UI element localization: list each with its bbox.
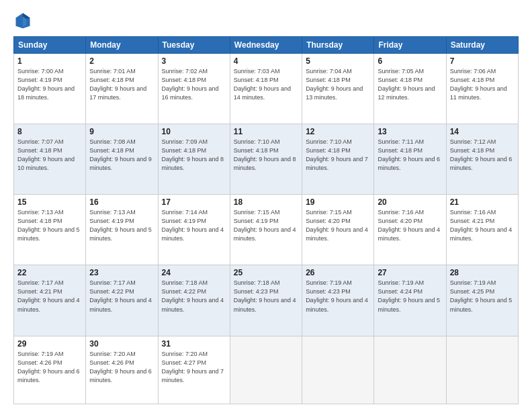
day-number: 6 xyxy=(378,56,442,66)
calendar-cell: 18 Sunrise: 7:15 AM Sunset: 4:19 PM Dayl… xyxy=(230,195,302,265)
calendar-cell: 3 Sunrise: 7:02 AM Sunset: 4:18 PM Dayli… xyxy=(158,54,230,124)
day-info: Sunrise: 7:19 AM Sunset: 4:24 PM Dayligh… xyxy=(378,279,442,314)
calendar-cell: 4 Sunrise: 7:03 AM Sunset: 4:18 PM Dayli… xyxy=(230,54,302,124)
calendar-cell: 15 Sunrise: 7:13 AM Sunset: 4:18 PM Dayl… xyxy=(14,195,86,265)
day-info: Sunrise: 7:13 AM Sunset: 4:18 PM Dayligh… xyxy=(17,208,82,243)
day-number: 24 xyxy=(162,268,226,277)
day-info: Sunrise: 7:07 AM Sunset: 4:18 PM Dayligh… xyxy=(17,138,82,173)
day-info: Sunrise: 7:02 AM Sunset: 4:18 PM Dayligh… xyxy=(162,67,226,102)
day-info: Sunrise: 7:20 AM Sunset: 4:26 PM Dayligh… xyxy=(89,350,154,385)
calendar-table: SundayMondayTuesdayWednesdayThursdayFrid… xyxy=(13,36,519,404)
day-number: 3 xyxy=(162,56,226,66)
day-info: Sunrise: 7:15 AM Sunset: 4:20 PM Dayligh… xyxy=(306,208,370,243)
calendar-cell xyxy=(374,336,446,404)
day-info: Sunrise: 7:13 AM Sunset: 4:19 PM Dayligh… xyxy=(89,208,154,243)
day-number: 2 xyxy=(89,56,154,66)
calendar-cell: 22 Sunrise: 7:17 AM Sunset: 4:21 PM Dayl… xyxy=(14,265,86,336)
dow-header: Monday xyxy=(86,37,158,54)
calendar-cell: 10 Sunrise: 7:09 AM Sunset: 4:18 PM Dayl… xyxy=(158,124,230,195)
header xyxy=(13,11,519,30)
day-info: Sunrise: 7:18 AM Sunset: 4:23 PM Dayligh… xyxy=(234,279,298,314)
day-info: Sunrise: 7:17 AM Sunset: 4:21 PM Dayligh… xyxy=(17,279,82,314)
calendar-cell xyxy=(302,336,374,404)
day-number: 9 xyxy=(89,127,154,136)
calendar-cell: 16 Sunrise: 7:13 AM Sunset: 4:19 PM Dayl… xyxy=(86,195,158,265)
day-number: 29 xyxy=(17,339,82,349)
day-info: Sunrise: 7:05 AM Sunset: 4:18 PM Dayligh… xyxy=(378,67,442,102)
page: SundayMondayTuesdayWednesdayThursdayFrid… xyxy=(0,0,532,411)
day-info: Sunrise: 7:18 AM Sunset: 4:22 PM Dayligh… xyxy=(162,279,226,314)
dow-header: Tuesday xyxy=(158,37,230,54)
calendar-cell: 8 Sunrise: 7:07 AM Sunset: 4:18 PM Dayli… xyxy=(14,124,86,195)
day-number: 10 xyxy=(162,127,226,136)
day-info: Sunrise: 7:04 AM Sunset: 4:18 PM Dayligh… xyxy=(306,67,370,102)
calendar-cell xyxy=(446,336,518,404)
day-number: 13 xyxy=(378,127,442,136)
day-number: 16 xyxy=(89,197,154,207)
day-number: 18 xyxy=(234,197,298,207)
day-number: 27 xyxy=(378,268,442,277)
day-number: 23 xyxy=(89,268,154,277)
day-info: Sunrise: 7:01 AM Sunset: 4:18 PM Dayligh… xyxy=(89,67,154,102)
dow-header: Wednesday xyxy=(230,37,302,54)
logo xyxy=(13,11,35,30)
calendar-cell: 29 Sunrise: 7:19 AM Sunset: 4:26 PM Dayl… xyxy=(14,336,86,404)
calendar-cell: 17 Sunrise: 7:14 AM Sunset: 4:19 PM Dayl… xyxy=(158,195,230,265)
calendar-cell xyxy=(230,336,302,404)
day-number: 26 xyxy=(306,268,370,277)
dow-header: Sunday xyxy=(14,37,86,54)
day-info: Sunrise: 7:19 AM Sunset: 4:23 PM Dayligh… xyxy=(306,279,370,314)
day-info: Sunrise: 7:03 AM Sunset: 4:18 PM Dayligh… xyxy=(234,67,298,102)
calendar-cell: 7 Sunrise: 7:06 AM Sunset: 4:18 PM Dayli… xyxy=(446,54,518,124)
calendar-cell: 21 Sunrise: 7:16 AM Sunset: 4:21 PM Dayl… xyxy=(446,195,518,265)
day-number: 14 xyxy=(450,127,515,136)
day-info: Sunrise: 7:10 AM Sunset: 4:18 PM Dayligh… xyxy=(234,138,298,173)
day-info: Sunrise: 7:12 AM Sunset: 4:18 PM Dayligh… xyxy=(450,138,515,173)
day-number: 19 xyxy=(306,197,370,207)
day-info: Sunrise: 7:06 AM Sunset: 4:18 PM Dayligh… xyxy=(450,67,515,102)
day-number: 30 xyxy=(89,339,154,349)
logo-icon xyxy=(13,11,32,30)
day-number: 21 xyxy=(450,197,515,207)
calendar-cell: 28 Sunrise: 7:19 AM Sunset: 4:25 PM Dayl… xyxy=(446,265,518,336)
calendar-cell: 19 Sunrise: 7:15 AM Sunset: 4:20 PM Dayl… xyxy=(302,195,374,265)
day-number: 17 xyxy=(162,197,226,207)
calendar-cell: 26 Sunrise: 7:19 AM Sunset: 4:23 PM Dayl… xyxy=(302,265,374,336)
day-number: 1 xyxy=(17,56,82,66)
calendar-cell: 23 Sunrise: 7:17 AM Sunset: 4:22 PM Dayl… xyxy=(86,265,158,336)
calendar-cell: 11 Sunrise: 7:10 AM Sunset: 4:18 PM Dayl… xyxy=(230,124,302,195)
day-info: Sunrise: 7:00 AM Sunset: 4:19 PM Dayligh… xyxy=(17,67,82,102)
day-number: 25 xyxy=(234,268,298,277)
day-number: 8 xyxy=(17,127,82,136)
calendar-cell: 5 Sunrise: 7:04 AM Sunset: 4:18 PM Dayli… xyxy=(302,54,374,124)
calendar-cell: 14 Sunrise: 7:12 AM Sunset: 4:18 PM Dayl… xyxy=(446,124,518,195)
day-info: Sunrise: 7:19 AM Sunset: 4:25 PM Dayligh… xyxy=(450,279,515,314)
day-number: 12 xyxy=(306,127,370,136)
day-number: 7 xyxy=(450,56,515,66)
calendar-cell: 2 Sunrise: 7:01 AM Sunset: 4:18 PM Dayli… xyxy=(86,54,158,124)
day-info: Sunrise: 7:14 AM Sunset: 4:19 PM Dayligh… xyxy=(162,208,226,243)
dow-header: Saturday xyxy=(446,37,518,54)
day-number: 4 xyxy=(234,56,298,66)
day-info: Sunrise: 7:17 AM Sunset: 4:22 PM Dayligh… xyxy=(89,279,154,314)
day-info: Sunrise: 7:16 AM Sunset: 4:21 PM Dayligh… xyxy=(450,208,515,243)
day-number: 11 xyxy=(234,127,298,136)
calendar-cell: 1 Sunrise: 7:00 AM Sunset: 4:19 PM Dayli… xyxy=(14,54,86,124)
day-info: Sunrise: 7:19 AM Sunset: 4:26 PM Dayligh… xyxy=(17,350,82,385)
calendar-cell: 9 Sunrise: 7:08 AM Sunset: 4:18 PM Dayli… xyxy=(86,124,158,195)
calendar-cell: 24 Sunrise: 7:18 AM Sunset: 4:22 PM Dayl… xyxy=(158,265,230,336)
calendar-cell: 20 Sunrise: 7:16 AM Sunset: 4:20 PM Dayl… xyxy=(374,195,446,265)
calendar-cell: 30 Sunrise: 7:20 AM Sunset: 4:26 PM Dayl… xyxy=(86,336,158,404)
dow-header: Friday xyxy=(374,37,446,54)
day-number: 28 xyxy=(450,268,515,277)
day-info: Sunrise: 7:08 AM Sunset: 4:18 PM Dayligh… xyxy=(89,138,154,173)
day-number: 20 xyxy=(378,197,442,207)
day-info: Sunrise: 7:20 AM Sunset: 4:27 PM Dayligh… xyxy=(162,350,226,385)
day-info: Sunrise: 7:11 AM Sunset: 4:18 PM Dayligh… xyxy=(378,138,442,173)
calendar-cell: 12 Sunrise: 7:10 AM Sunset: 4:18 PM Dayl… xyxy=(302,124,374,195)
dow-header: Thursday xyxy=(302,37,374,54)
calendar-cell: 6 Sunrise: 7:05 AM Sunset: 4:18 PM Dayli… xyxy=(374,54,446,124)
day-info: Sunrise: 7:16 AM Sunset: 4:20 PM Dayligh… xyxy=(378,208,442,243)
day-number: 31 xyxy=(162,339,226,349)
calendar-cell: 27 Sunrise: 7:19 AM Sunset: 4:24 PM Dayl… xyxy=(374,265,446,336)
